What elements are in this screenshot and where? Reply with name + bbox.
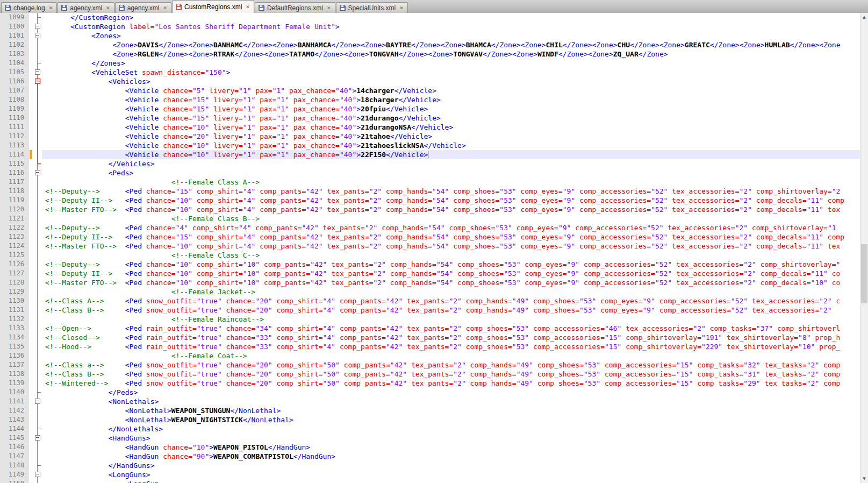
line-number[interactable]: 1122 [0,223,29,232]
code-line[interactable]: <!--Closed--> <Ped rain_outfit="true" ch… [42,333,860,342]
code-line[interactable]: <Vehicle chance="5" livery="1" pax="1" p… [42,86,860,95]
editor-pane[interactable]: 1099 </CustomRegion>1100 <CustomRegion l… [0,13,860,483]
line-number[interactable]: 1145 [0,434,29,443]
code-line[interactable]: </Vehicles> [42,159,860,168]
line-number[interactable]: 1111 [0,123,29,132]
line-number[interactable]: 1117 [0,177,29,187]
code-line[interactable]: <!--Female Jacket--> [42,287,860,296]
tab-customregions-xml[interactable]: CustomRegions.xml✕ [172,0,254,13]
tab-agency-xml[interactable]: agency.xml✕ [115,2,171,13]
line-number[interactable]: 1105 [0,68,29,77]
line-number[interactable]: 1149 [0,470,29,479]
line-number[interactable]: 1141 [0,397,29,406]
tab-close-icon[interactable]: ✕ [399,5,404,11]
line-number[interactable]: 1102 [0,40,29,49]
code-line[interactable]: </Peds> [42,388,860,397]
code-line[interactable]: <Zone>DAVIS</Zone><Zone>BANHAMC</Zone><Z… [42,40,860,49]
line-number[interactable]: 1103 [0,49,29,59]
line-number[interactable]: 1123 [0,232,29,242]
fold-marker[interactable] [33,397,42,406]
line-number[interactable]: 1134 [0,333,29,342]
tab-close-icon[interactable]: ✕ [49,5,53,11]
line-number[interactable]: 1147 [0,452,29,461]
line-number[interactable]: 1107 [0,86,29,95]
code-line[interactable]: </Zones> [42,59,860,68]
line-number[interactable]: 1131 [0,306,29,315]
code-line[interactable]: <!--Female Coat--> [42,351,860,360]
fold-marker[interactable] [33,470,42,479]
fold-marker[interactable] [33,77,42,86]
code-line[interactable]: <LongGuns> [42,470,860,479]
line-number[interactable]: 1101 [0,31,29,40]
line-number[interactable]: 1116 [0,168,29,177]
scrollbar-thumb[interactable] [861,244,867,303]
code-line[interactable]: <!--Female Raincoat--> [42,315,860,324]
code-line[interactable]: <Vehicle chance="20" livery="1" pax="1" … [42,132,860,141]
line-number[interactable]: 1115 [0,159,29,168]
code-line[interactable]: <VehicleSet spawn_distance="150"> [42,68,860,77]
fold-marker[interactable] [33,168,42,177]
line-number[interactable]: 1143 [0,415,29,424]
line-number[interactable]: 1128 [0,278,29,287]
code-line[interactable]: </HandGuns> [42,461,860,470]
line-number[interactable]: 1146 [0,443,29,452]
line-number[interactable]: 1135 [0,342,29,351]
tab-change-log[interactable]: change.log✕ [1,2,57,13]
code-line[interactable]: <!--Deputy II--> <Ped chance="15" comp_s… [42,232,860,242]
tab-close-icon[interactable]: ✕ [163,5,167,11]
code-line[interactable]: <!--Deputy--> <Ped chance="10" comp_shir… [42,260,860,269]
line-number[interactable]: 1100 [0,22,29,31]
tab-close-icon[interactable]: ✕ [246,4,250,10]
fold-marker[interactable] [33,434,42,443]
code-line[interactable]: <NonLethal>WEAPON_NIGHTSTICK</NonLethal> [42,415,860,424]
code-line[interactable]: <!--Female Class A--> [42,177,860,187]
line-number[interactable]: 1109 [0,104,29,113]
line-number[interactable]: 1136 [0,351,29,360]
tab-specialunits-xml[interactable]: SpecialUnits.xml✕ [336,2,408,13]
code-line[interactable]: <Vehicle chance="15" livery="1" pax="1" … [42,95,860,104]
code-line[interactable]: <Vehicle chance="15" livery="1" pax="1" … [42,104,860,113]
code-line[interactable]: <!--Master FTO--> <Ped chance="10" comp_… [42,278,860,287]
code-line[interactable]: <HandGun chance="10">WEAPON_PISTOL</Hand… [42,443,860,452]
line-number[interactable]: 1121 [0,214,29,223]
code-line[interactable]: </NonLethals> [42,424,860,434]
code-line[interactable]: </CustomRegion> [42,13,860,22]
code-line[interactable]: <Vehicle chance="10" livery="1" pax="1" … [42,141,860,150]
tab-close-icon[interactable]: ✕ [327,5,331,11]
fold-marker[interactable] [33,22,42,31]
code-line[interactable]: <!--Hood--> <Ped rain_outfit="true" chan… [42,342,860,351]
line-number[interactable]: 1137 [0,360,29,370]
line-number[interactable]: 1127 [0,269,29,278]
fold-marker[interactable] [33,68,42,77]
vertical-scrollbar[interactable]: ▲ ▼ [860,13,868,483]
code-line[interactable]: <!--Deputy II--> <Ped chance="10" comp_s… [42,196,860,205]
code-line[interactable]: <!--Master FTO--> <Ped chance="10" comp_… [42,242,860,251]
line-number[interactable]: 1133 [0,324,29,333]
line-number[interactable]: 1099 [0,13,29,22]
code-line[interactable]: <Zones> [42,31,860,40]
line-number[interactable]: 1139 [0,379,29,388]
line-number[interactable]: 1138 [0,370,29,379]
line-number[interactable]: 1130 [0,296,29,306]
code-line[interactable]: <!--Class B--> <Ped snow_outfit="true" c… [42,306,860,315]
line-number[interactable]: 1104 [0,59,29,68]
code-line[interactable]: <CustomRegion label="Los Santos Sheriff … [42,22,860,31]
line-number[interactable]: 1125 [0,251,29,260]
line-number[interactable]: 1108 [0,95,29,104]
code-line[interactable]: <!--Class B--> <Ped snow_outfit="true" c… [42,370,860,379]
code-line[interactable]: <!--Wintered--> <Ped snow_outfit="true" … [42,379,860,388]
code-line[interactable]: <LongGun [42,479,860,483]
code-line[interactable]: <!--Female Class B--> [42,214,860,223]
scroll-down-arrow-icon[interactable]: ▼ [860,474,868,483]
line-number[interactable]: 1113 [0,141,29,150]
code-line[interactable]: <Peds> [42,168,860,177]
line-number[interactable]: 1148 [0,461,29,470]
code-line[interactable]: <!--Class a--> <Ped snow_outfit="true" c… [42,360,860,370]
code-line[interactable]: <Zone>RGLEN</Zone><Zone>RTRAK</Zone><Zon… [42,49,860,59]
tab-close-icon[interactable]: ✕ [106,5,110,11]
line-number[interactable]: 1150 [0,479,29,483]
line-number[interactable]: 1124 [0,242,29,251]
code-line[interactable]: <Vehicle chance="15" livery="1" pax="1" … [42,113,860,123]
line-number[interactable]: 1126 [0,260,29,269]
code-line[interactable]: <Vehicles> [42,77,860,86]
